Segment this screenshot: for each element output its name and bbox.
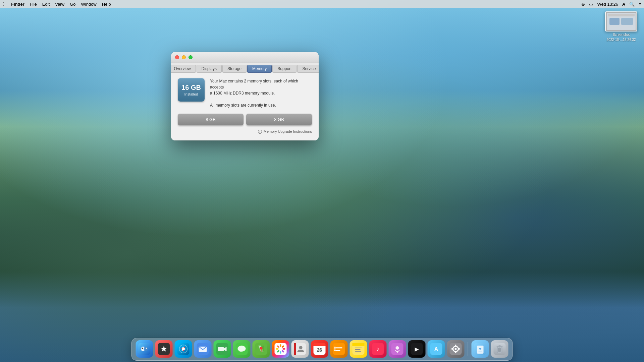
svg-rect-75 [451,348,453,350]
memory-upgrade-link[interactable]: Memory Upgrade Instructions [264,129,312,133]
menubar-file[interactable]: File [30,2,37,7]
svg-rect-36 [280,351,281,354]
dock-item-music[interactable]: ♪ [369,340,387,358]
svg-text:26: 26 [317,347,322,353]
tab-displays[interactable]: Displays [197,65,222,73]
dock: 26 [131,338,513,361]
dock-item-finder[interactable] [136,340,153,358]
menubar-go[interactable]: Go [70,2,75,7]
spotlight-icon[interactable]: 🔍 [629,2,635,7]
svg-text:♪: ♪ [376,346,379,352]
svg-rect-4 [621,18,633,25]
svg-rect-34 [283,348,285,350]
desktop-background [0,0,644,362]
svg-rect-74 [455,351,457,353]
tab-bar: Overview Displays Storage Memory Support… [171,63,319,73]
memory-slot-1: 8 GB [178,114,244,125]
tab-storage[interactable]: Storage [222,65,247,73]
apple-menu[interactable]:  [3,1,4,7]
display-icon[interactable]: ▭ [589,2,593,7]
dock-item-trash[interactable] [491,340,508,358]
notification-icon[interactable]: ≡ [639,2,641,7]
tab-support[interactable]: Support [272,65,297,73]
menubar-app-name[interactable]: Finder [11,2,24,7]
menubar-view[interactable]: View [55,2,64,7]
svg-rect-59 [355,349,361,350]
svg-point-40 [279,347,282,351]
svg-rect-60 [355,351,361,352]
svg-rect-46 [314,345,326,346]
memory-slots-status: All memory slots are currently in use. [210,102,312,108]
screenshot-label-line1: Screenshot [613,33,630,37]
dock-item-messages[interactable] [233,340,251,358]
dock-item-appstore[interactable]: A [428,340,445,358]
menubar-right: ⊕ ▭ Wed 13:26 A 🔍 ≡ [581,2,641,7]
dock-separator [468,342,468,356]
memory-layout: 16 GB Installed Your Mac contains 2 memo… [178,78,312,108]
dock-item-maps[interactable] [253,340,270,358]
screenshot-desktop-icon[interactable]: Screenshot 2022-10-...13:26:32 [605,11,637,42]
wifi-icon[interactable]: ⊕ [581,2,585,7]
dock-item-safari[interactable] [175,340,192,358]
info-icon: i [258,130,262,134]
menubar-window[interactable]: Window [81,2,97,7]
svg-point-43 [299,346,303,349]
svg-rect-38 [276,348,279,350]
svg-rect-51 [336,350,340,351]
dock-item-reminders[interactable] [330,340,348,358]
tab-overview[interactable]: Overview [171,65,196,73]
dock-item-appletv[interactable]: ▶ [408,340,426,358]
menubar-left:  Finder File Edit View Go Window Help [3,1,111,7]
svg-point-54 [334,350,336,351]
dock-item-facetime[interactable] [214,340,231,358]
svg-rect-21 [218,347,224,351]
svg-rect-58 [355,348,362,348]
about-this-mac-dialog: Overview Displays Storage Memory Support… [171,52,319,140]
dock-item-mail[interactable] [194,340,212,358]
close-button[interactable] [175,55,179,59]
svg-rect-57 [353,345,365,346]
dialog-titlebar [171,52,319,63]
dialog-content: 16 GB Installed Your Mac contains 2 memo… [171,73,319,140]
dock-item-downloads[interactable] [472,340,489,358]
svg-rect-80 [479,352,482,352]
memory-slots: 8 GB 8 GB [178,114,312,125]
svg-rect-3 [609,18,620,25]
dock-item-contacts[interactable] [291,340,309,358]
menubar-edit[interactable]: Edit [42,2,50,7]
screenshot-label-line2: 2022-10-...13:26:32 [606,38,636,42]
svg-point-72 [455,348,457,350]
svg-point-24 [238,346,246,352]
screenshot-preview [605,11,637,32]
tab-service[interactable]: Service [297,65,319,73]
minimize-button[interactable] [182,55,186,59]
memory-description-line2: a 1600 MHz DDR3 memory module. [210,90,312,96]
memory-info: Your Mac contains 2 memory slots, each o… [210,78,312,108]
desktop:  Finder File Edit View Go Window Help ⊕… [0,0,644,362]
svg-rect-84 [499,345,501,347]
memory-description-line1: Your Mac contains 2 memory slots, each o… [210,78,312,90]
svg-rect-49 [336,347,342,348]
svg-point-53 [334,348,336,350]
dock-item-system-preferences[interactable] [447,340,465,358]
svg-rect-73 [455,345,457,347]
svg-point-64 [396,346,399,350]
dock-item-calendar[interactable]: 26 [311,340,328,358]
svg-point-8 [142,348,143,349]
svg-rect-50 [336,349,342,349]
dock-item-launchpad[interactable] [155,340,173,358]
svg-point-7 [144,347,148,351]
maximize-button[interactable] [189,55,193,59]
menubar:  Finder File Edit View Go Window Help ⊕… [0,0,644,8]
svg-rect-42 [294,343,296,355]
text-input-icon[interactable]: A [622,2,625,7]
menubar-help[interactable]: Help [102,2,111,7]
memory-badge: 16 GB Installed [178,78,205,102]
svg-rect-76 [458,348,460,350]
svg-rect-32 [280,344,281,347]
dock-item-photos[interactable] [272,340,289,358]
dock-item-notes[interactable] [350,340,367,358]
dock-item-podcasts[interactable] [389,340,406,358]
tab-memory[interactable]: Memory [247,65,272,73]
svg-text:▶: ▶ [415,346,419,352]
